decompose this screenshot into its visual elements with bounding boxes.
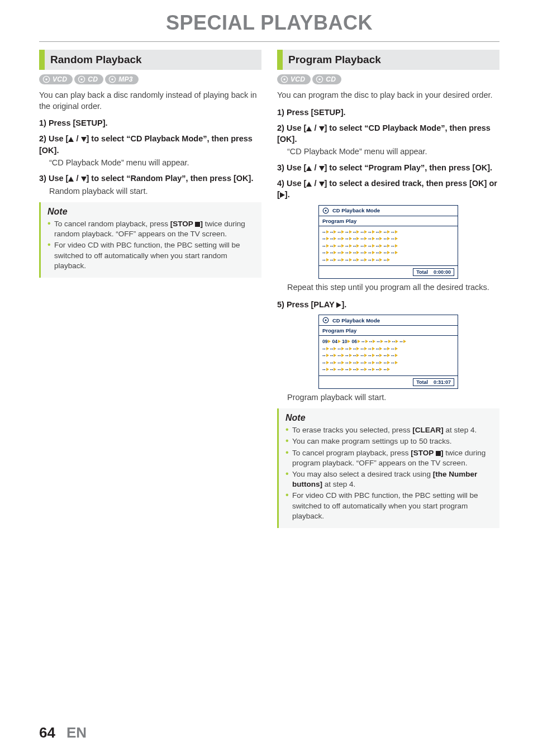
osd-cell: -- bbox=[330, 353, 337, 358]
osd-cell: -- bbox=[368, 244, 375, 249]
badge-label: CD bbox=[326, 75, 336, 83]
text-frag: Use [ bbox=[287, 163, 306, 172]
osd-cell: -- bbox=[353, 367, 360, 372]
osd-cell: -- bbox=[360, 367, 367, 372]
total-time: 0:00:00 bbox=[434, 269, 451, 275]
osd-cell: -- bbox=[368, 346, 375, 351]
osd-box: CD Playback Mode Program Play ----------… bbox=[318, 205, 458, 279]
text-frag: / bbox=[312, 123, 318, 132]
note-item: You may also select a desired track usin… bbox=[285, 469, 493, 489]
text-frag: To cancel program playback, press bbox=[292, 449, 411, 457]
osd-cell: 06 bbox=[351, 339, 360, 344]
note-title: Note bbox=[47, 207, 255, 217]
osd-cell: -- bbox=[360, 250, 367, 255]
osd-cell: -- bbox=[360, 353, 367, 358]
osd-cell: -- bbox=[345, 230, 352, 235]
osd-total: Total 0:31:07 bbox=[413, 378, 454, 386]
right-step-1: 1) Press [SETUP]. bbox=[277, 107, 499, 118]
osd-cell: -- bbox=[322, 230, 329, 235]
osd-cell: -- bbox=[353, 360, 360, 365]
osd-cell: -- bbox=[391, 360, 398, 365]
title-rule bbox=[39, 41, 499, 42]
osd-cell: -- bbox=[399, 339, 406, 344]
osd-row: ------------------ bbox=[322, 258, 454, 263]
up-arrow-icon bbox=[68, 177, 74, 182]
disc-icon bbox=[78, 75, 85, 83]
badge-label: CD bbox=[88, 75, 98, 83]
osd-cell: -- bbox=[360, 346, 367, 351]
osd-cell: -- bbox=[330, 236, 337, 241]
osd-cell: -- bbox=[353, 244, 360, 249]
osd-cell: -- bbox=[345, 244, 352, 249]
step-number: 3) bbox=[277, 163, 284, 172]
right-intro: You can program the disc to play back in… bbox=[277, 90, 499, 101]
osd-cell: -- bbox=[391, 230, 398, 235]
osd-cell: -- bbox=[345, 367, 352, 372]
note-item: To cancel random playback, press [STOP ]… bbox=[47, 219, 255, 239]
down-arrow-icon bbox=[81, 137, 87, 142]
osd-cell: -- bbox=[376, 244, 383, 249]
osd-cell: -- bbox=[337, 360, 344, 365]
text-frag: / bbox=[312, 163, 318, 172]
osd-cell: -- bbox=[383, 236, 390, 241]
osd-cell: -- bbox=[376, 360, 383, 365]
text-frag: You may also select a desired track usin… bbox=[292, 470, 433, 478]
svg-point-5 bbox=[111, 78, 113, 80]
text-frag: ]. bbox=[285, 190, 290, 199]
step-text: Press [SETUP]. bbox=[49, 118, 108, 127]
text-frag: Use [ bbox=[287, 179, 306, 188]
osd-cell: -- bbox=[353, 236, 360, 241]
text-frag: / bbox=[74, 174, 80, 183]
osd-cell: -- bbox=[376, 258, 383, 263]
step-number: 4) bbox=[277, 179, 284, 188]
osd-cell: -- bbox=[383, 230, 390, 235]
text-frag: Press [PLAY bbox=[287, 300, 336, 309]
badge-vcd: VCD bbox=[277, 74, 311, 84]
osd-cell: -- bbox=[383, 244, 390, 249]
osd-cell: -- bbox=[369, 339, 376, 344]
text-frag: at step 4. bbox=[322, 480, 355, 488]
text-frag: at step 4. bbox=[444, 426, 477, 434]
osd-cell: -- bbox=[376, 250, 383, 255]
total-label: Total bbox=[416, 269, 428, 275]
osd-cell: -- bbox=[330, 244, 337, 249]
osd-cell: -- bbox=[383, 250, 390, 255]
note-item: You can make program settings up to 50 t… bbox=[285, 436, 493, 446]
badge-cd: CD bbox=[312, 74, 341, 84]
osd-footer: Total 0:31:07 bbox=[319, 376, 458, 388]
osd-row: -------------------- bbox=[322, 360, 454, 365]
osd-cell: -- bbox=[345, 353, 352, 358]
right-note-box: Note To erase tracks you selected, press… bbox=[277, 408, 499, 528]
svg-point-13 bbox=[325, 320, 327, 321]
osd-cell: -- bbox=[383, 353, 390, 358]
osd-cell: -- bbox=[337, 346, 344, 351]
osd-cell: -- bbox=[360, 360, 367, 365]
osd-cell: -- bbox=[368, 230, 375, 235]
step-text: Use [ / ] to select a desired track, the… bbox=[277, 179, 497, 199]
step-number: 1) bbox=[277, 108, 284, 117]
osd-cell: -- bbox=[391, 250, 398, 255]
osd-cell: -- bbox=[383, 367, 390, 372]
down-arrow-icon bbox=[81, 177, 87, 182]
page-number: 64 bbox=[39, 724, 55, 741]
right-step-4: 4) Use [ / ] to select a desired track, … bbox=[277, 178, 499, 201]
text-frag: ] to select “Program Play”, then press [… bbox=[325, 163, 493, 172]
step-sub: Random playback will start. bbox=[49, 186, 261, 197]
columns: Random Playback VCD CD MP3 You can play … bbox=[39, 50, 499, 528]
step-text: Press [SETUP]. bbox=[287, 108, 346, 117]
text-frag: [STOP bbox=[170, 220, 196, 228]
down-arrow-icon bbox=[319, 126, 325, 131]
osd-cell: -- bbox=[345, 250, 352, 255]
left-step-1: 1) Press [SETUP]. bbox=[39, 117, 261, 129]
osd-cell: -- bbox=[330, 346, 337, 351]
osd-cell: -- bbox=[353, 250, 360, 255]
text-frag: ]. bbox=[341, 300, 346, 309]
osd-cell: -- bbox=[368, 250, 375, 255]
bold-frag: [STOP ] bbox=[411, 449, 443, 457]
osd-cell: -- bbox=[368, 236, 375, 241]
osd-cell: -- bbox=[384, 339, 391, 344]
step-number: 2) bbox=[39, 134, 46, 143]
osd-cell: -- bbox=[322, 236, 329, 241]
note-item: For video CD with PBC function, the PBC … bbox=[285, 491, 493, 521]
osd-cell: -- bbox=[376, 346, 383, 351]
